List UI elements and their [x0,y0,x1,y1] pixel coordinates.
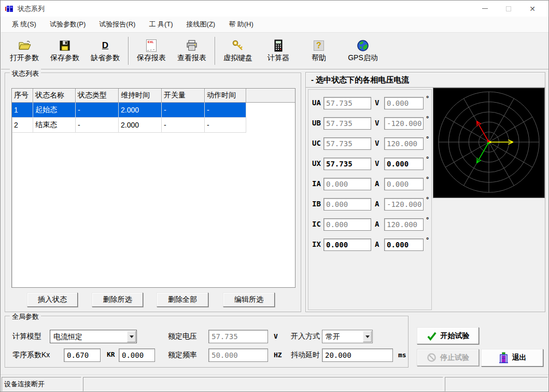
gps-start-button[interactable]: GPS启动 [339,35,387,67]
toolbar-label: GPS启动 [348,53,378,63]
start-test-button[interactable]: 开始试验 [417,327,479,344]
kr-field[interactable]: 0.000 [119,348,155,362]
rated-freq-field: 50.000 [208,348,268,362]
table-cell[interactable]: 1 [12,103,33,118]
default-params-icon: D [98,39,112,52]
stop-test-label: 停止试验 [440,353,469,362]
phase-row: UX 57.735 V 0.000 ° [308,158,431,170]
state-table[interactable]: 序号 状态名称 状态类型 维持时间 开关量 动作时间 1 起始态 - 2.000… [11,88,295,288]
debounce-label: 抖动延时 [291,351,320,360]
table-cell[interactable]: - [162,103,205,118]
debounce-field[interactable]: 20.000 [322,348,393,362]
exit-button[interactable]: 退出 [481,349,543,367]
state-table-body: 1 起始态 - 2.000 - - 2 结束态 - 2.000 - - [12,103,295,133]
zero-seq-field[interactable]: 0.670 [64,348,101,362]
rated-voltage-field: 57.735 [208,330,268,343]
maximize-button[interactable] [497,1,520,17]
column-header[interactable]: 状态类型 [76,89,119,103]
column-header[interactable]: 动作时间 [205,89,246,103]
calc-model-select[interactable]: 电流恒定 [50,330,137,343]
rated-voltage-label: 额定电压 [168,332,197,341]
degree-symbol: ° [426,195,429,203]
delete-selected-button[interactable]: 删除所选 [92,292,143,307]
column-header[interactable]: 维持时间 [119,89,162,103]
table-cell[interactable]: 2 [12,118,33,133]
stop-icon [427,353,437,362]
toolbar-separator [128,37,129,65]
calc-model-dropdown-button[interactable] [127,331,136,342]
calculator-button[interactable]: 计算器 [258,35,299,67]
phase-angle-field: 120.000 [384,137,424,150]
maximize-icon [506,6,511,11]
column-header-filler [246,89,295,103]
zero-seq-label: 零序系数Kx [12,351,50,360]
table-cell[interactable]: - [205,118,246,133]
column-header[interactable]: 状态名称 [33,89,76,103]
phase-label: UB [312,119,321,127]
phase-magnitude-field[interactable]: 57.735 [323,158,371,170]
menu-test-params[interactable]: 试验参数(P) [43,17,92,32]
printer-icon [185,39,199,52]
input-mode-select[interactable]: 常开 [322,330,373,343]
phase-unit: V [375,119,379,127]
save-report-button[interactable]: EXL 保存报表 [131,35,172,67]
table-cell[interactable]: - [76,118,119,133]
phase-unit: A [375,179,379,188]
toolbar-label: 保存报表 [137,53,166,63]
minimize-button[interactable] [473,1,497,17]
minimize-icon [482,8,488,9]
insert-state-button[interactable]: 插入状态 [27,292,78,307]
menu-tools[interactable]: 工 具(T) [142,17,179,32]
toolbar-label: 缺省参数 [91,53,120,63]
floppy-save-icon [58,39,72,52]
menu-system[interactable]: 系 统(S) [5,17,43,32]
toolbar-label: 帮助 [312,53,326,63]
kr-label: KR [107,351,115,358]
menu-test-report[interactable]: 试验报告(R) [92,17,142,32]
phase-angle-field[interactable]: 0.000 [384,158,424,170]
table-row[interactable]: 1 起始态 - 2.000 - - [12,103,246,118]
table-cell[interactable]: 2.000 [119,118,162,133]
table-row[interactable]: 2 结束态 - 2.000 - - [12,118,246,133]
table-cell[interactable]: 结束态 [33,118,76,133]
open-params-button[interactable]: 打开参数 [4,35,45,67]
edit-selected-button[interactable]: 编辑所选 [223,292,275,307]
menu-wiring-diagram[interactable]: 接线图(Z) [180,17,222,32]
phase-label: UC [312,139,321,147]
default-params-button[interactable]: D 缺省参数 [85,35,125,67]
input-mode-label: 开入方式 [291,332,320,341]
help-button[interactable]: ? 帮助 [299,35,339,67]
phase-magnitude-field[interactable]: 0.000 [323,239,371,251]
phase-label: IA [312,179,321,188]
table-cell[interactable]: - [76,103,119,118]
table-cell[interactable]: 起始态 [33,103,76,118]
menu-help[interactable]: 帮 助(H) [222,17,260,32]
save-params-button[interactable]: 保存参数 [45,35,85,67]
table-cell[interactable]: 2.000 [119,103,162,118]
phase-magnitude-field: 0.000 [323,178,371,190]
column-header[interactable]: 序号 [12,89,33,103]
open-folder-icon [18,39,31,52]
delete-all-button[interactable]: 删除全部 [157,292,208,307]
title-bar[interactable]: 状态系列 ✕ [1,1,548,17]
view-report-button[interactable]: 查看报表 [172,35,212,67]
phase-magnitude-field: 57.735 [323,117,371,130]
toolbar-label: 打开参数 [10,53,39,63]
phase-angle-field: -120.000 [384,117,424,130]
close-button[interactable]: ✕ [520,1,544,17]
app-window: { "window": { "title": "状态系列" }, "colors… [0,0,549,392]
table-cell[interactable]: - [205,103,246,118]
input-mode-dropdown-button[interactable] [363,331,372,342]
phase-label: IB [312,200,321,208]
debounce-unit: ms [398,351,406,359]
phase-row: UA 57.735 V 0.000 ° [308,97,431,109]
table-cell[interactable]: - [162,118,205,133]
toolbar-label: 虚拟键盘 [223,53,252,63]
virtual-keyboard-button[interactable]: 虚拟键盘 [218,35,258,67]
chevron-down-icon [365,335,370,338]
phase-angle-field[interactable]: 0.000 [384,239,424,251]
toolbar-separator [215,37,215,65]
column-header[interactable]: 开关量 [162,89,205,103]
phase-label: IC [312,220,321,228]
phase-label: IX [312,240,321,248]
